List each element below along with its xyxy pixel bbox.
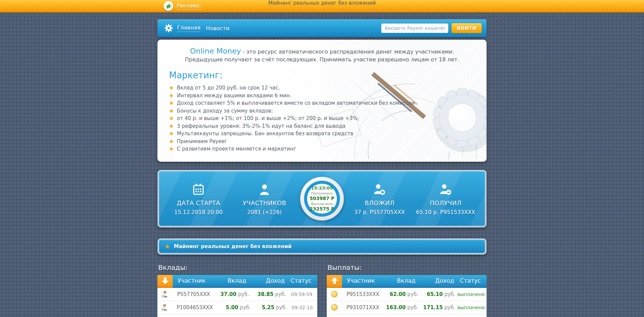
marketing-item: ★С развитием проекта меняется и маркетин… [169, 145, 487, 153]
user-avatar-icon [157, 304, 172, 311]
stat-label: ПОЛУЧИЛ [415, 199, 476, 206]
paid-label: Выплачено [311, 201, 333, 206]
currency-unit: руб. [407, 291, 418, 297]
news-banner: ★ Майнинг реальных денег без вложений [157, 238, 487, 255]
coin-icon [327, 304, 342, 311]
marketing-item-text: 3 реферальных уровня: 3%-2%-1% идут на б… [177, 123, 345, 130]
star-icon: ★ [169, 122, 174, 130]
col-amount: Вклад [375, 277, 415, 284]
paid-value: 232575 Р [309, 206, 335, 212]
col-status: Статус [285, 277, 317, 284]
marketing-item-text: Вклад от 5 до 200 руб. на срок 12 час. [177, 84, 280, 92]
row-amount: 163.00 [386, 304, 406, 311]
currency-unit: руб. [407, 304, 418, 311]
nav-link-news[interactable]: Новости [206, 25, 230, 32]
marketing-item-text: Доход составляет 5% и выплачивается вмес… [177, 100, 415, 107]
star-icon: ★ [169, 92, 174, 99]
marketing-item-text: Бонусы к доходу за сумму вкладов: [177, 107, 273, 115]
marketing-item: ★Мультаккаунты запрещены. Бан аккаунтов … [169, 130, 487, 138]
deposits-table: Вклады: Участник Вклад Доход Статус P5 [157, 263, 317, 317]
row-amount: 62.00 [390, 291, 406, 297]
login-button[interactable]: ВОЙТИ [451, 23, 482, 33]
marketing-item: ★3 реферальных уровня: 3%-2%-1% идут на … [169, 122, 487, 130]
payouts-heading: Выплаты: [327, 263, 487, 272]
stat-value: 37 р. P557705XXX [349, 209, 410, 215]
currency-unit: руб. [276, 304, 287, 311]
arrow-down-icon [157, 275, 173, 288]
stat-label: УЧАСТНИКОВ [234, 199, 295, 206]
star-icon: ★ [165, 243, 170, 250]
col-amount: Вклад [206, 277, 246, 284]
marketing-list: ★Вклад от 5 до 200 руб. на срок 12 час. … [169, 84, 487, 153]
currency-unit: руб. [444, 291, 455, 297]
marketing-item: ★Принимаем Payeer [169, 138, 487, 145]
payouts-table: Выплаты: Участник Вклад Доход Статус P95… [327, 263, 487, 317]
stat-value: 15.12.2018 20:00 [168, 209, 229, 215]
marketing-item: ★Интервал между вашими вкладами 6 мин. [169, 92, 487, 100]
timer-circle: 15:23:05 Пополнено 503987 Р Выплачено 23… [300, 177, 344, 221]
col-user: Участник [342, 277, 375, 284]
marketing-item-text: Интервал между вашими вкладами 6 мин. [177, 92, 291, 100]
stat-label: ВЛОЖИЛ [349, 199, 410, 206]
stat-last-invested: ВЛОЖИЛ 37 р. P557705XXX [349, 182, 410, 215]
person-icon [234, 182, 295, 196]
row-income: 5.25 [262, 304, 274, 311]
user-avatar-icon [157, 291, 172, 298]
col-user: Участник [173, 277, 206, 284]
stat-value: 65.10 р. P951533XXX [415, 209, 476, 215]
currency-unit: руб. [240, 304, 251, 311]
marketing-item: ★Вклад от 5 до 200 руб. на срок 12 час. [169, 84, 487, 92]
row-income: 38.85 [257, 291, 273, 297]
person-minus-icon [415, 182, 476, 196]
deposits-table-header: Участник Вклад Доход Статус [157, 275, 317, 288]
info-card: Online Money - это ресурс автоматическог… [157, 40, 487, 162]
table-row: P1004653XXX 5.00 руб. 5.25 руб. 09:32:10 [157, 301, 317, 314]
row-status: 09:32:10 [287, 305, 317, 310]
row-amount: 37.00 [220, 291, 236, 297]
stat-value: 2081 (+226) [234, 209, 295, 215]
brand-name: Online Money [190, 47, 241, 55]
wallet-input[interactable] [381, 23, 448, 33]
main-nav: Главная Новости ВОЙТИ [157, 19, 487, 37]
row-status: выплачено [455, 305, 487, 310]
col-income: Доход [246, 277, 285, 284]
nav-link-home[interactable]: Главная [177, 24, 200, 32]
timer-time: 15:23:05 [311, 185, 333, 191]
currency-unit: руб. [275, 291, 286, 297]
coin-icon [327, 291, 342, 297]
star-icon: ★ [169, 115, 174, 122]
col-income: Доход [415, 277, 454, 284]
marketing-item: ★Доход составляет 5% и выплачивается вме… [169, 99, 487, 107]
star-icon: ★ [169, 84, 174, 92]
table-row: P557705XXX 37.00 руб. 38.85 руб. 09:59:5… [157, 288, 317, 301]
stat-start-date: ДАТА СТАРТА 15.12.2018 20:00 [168, 182, 229, 215]
row-status: 09:59:59 [286, 292, 317, 297]
star-icon: ★ [169, 130, 174, 137]
gear-icon[interactable] [164, 24, 173, 33]
ad-link[interactable]: Реклама: [177, 3, 201, 9]
stat-members: УЧАСТНИКОВ 2081 (+226) [234, 182, 295, 215]
marketing-item-text: Принимаем Payeer [177, 138, 227, 145]
arrow-up-icon [327, 275, 342, 288]
row-user: P931071XXX [342, 304, 379, 311]
marketing-item-text: от 40 р. и выше +1%; от 100 р. и выше +2… [177, 115, 359, 122]
row-status: выплачено [455, 292, 487, 297]
payouts-table-header: Участник Вклад Доход Статус [327, 275, 487, 288]
marketing-item: ★Бонусы к доходу за сумму вкладов: [169, 107, 487, 115]
row-user: P557705XXX [172, 291, 210, 297]
currency-unit: руб. [444, 304, 455, 311]
intro-line1: - это ресурс автоматического распределен… [241, 48, 454, 55]
marketing-item: ★от 40 р. и выше +1%; от 100 р. и выше +… [169, 115, 487, 122]
star-icon: ★ [169, 99, 174, 107]
stat-label: ДАТА СТАРТА [168, 199, 229, 206]
deposited-value: 503987 Р [309, 196, 335, 201]
marketing-item-text: Мультаккаунты запрещены. Бан аккаунтов б… [177, 130, 353, 138]
table-row: P594451XXX 196.00 руб. 205.80 руб. 09:23… [157, 314, 317, 317]
megaphone-icon [164, 1, 173, 11]
table-row: P951533XXX 62.00 руб. 65.10 руб. выплаче… [327, 288, 487, 301]
currency-unit: руб. [238, 291, 249, 297]
table-row: P931071XXX 163.00 руб. 171.15 руб. выпла… [327, 301, 487, 314]
stat-last-received: ПОЛУЧИЛ 65.10 р. P951533XXX [415, 182, 476, 215]
row-income: 171.15 [423, 304, 443, 311]
star-icon: ★ [169, 107, 174, 115]
